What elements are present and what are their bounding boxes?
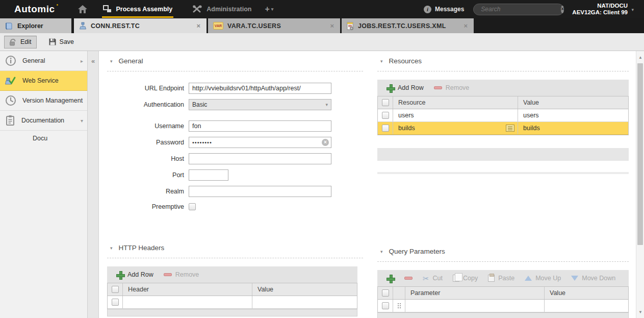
- select-all-checkbox[interactable]: [112, 286, 119, 293]
- password-field[interactable]: [189, 137, 331, 148]
- messages-button[interactable]: i Messages: [424, 6, 464, 13]
- minus-icon: [164, 273, 172, 276]
- search-clear-icon[interactable]: ×: [561, 6, 564, 13]
- table-row[interactable]: [108, 296, 357, 309]
- clipboard-icon: [5, 115, 15, 126]
- row-checkbox[interactable]: [382, 125, 389, 132]
- save-button[interactable]: Save: [44, 36, 79, 48]
- scroll-up-arrow[interactable]: ▲: [636, 53, 644, 61]
- scrollbar-thumb[interactable]: [637, 63, 643, 245]
- explorer-panel-tab[interactable]: Explorer: [0, 18, 74, 33]
- sidebar-item-web-service[interactable]: Web Service: [0, 71, 87, 91]
- scroll-down-arrow[interactable]: ▼: [636, 308, 644, 316]
- realm-field[interactable]: [189, 186, 331, 197]
- copy-button[interactable]: Copy: [450, 275, 481, 282]
- remove-row-button[interactable]: Remove: [431, 84, 473, 91]
- value-cell[interactable]: [545, 300, 628, 312]
- arrow-up-icon: [525, 276, 532, 281]
- edit-button[interactable]: Edit: [4, 36, 37, 48]
- collapse-icon[interactable]: «: [91, 57, 95, 65]
- sidebar-item-version-management[interactable]: Version Management: [0, 91, 87, 111]
- column-header-value[interactable]: Value: [545, 287, 628, 299]
- table-row[interactable]: [378, 300, 628, 312]
- move-down-button[interactable]: Move Down: [568, 275, 619, 282]
- section-collapse-icon[interactable]: ▾: [110, 246, 113, 251]
- section-collapse-icon[interactable]: ▾: [380, 249, 383, 254]
- close-icon[interactable]: ×: [194, 22, 202, 30]
- tab-jobs-rest-tc-users-xml[interactable]: JOBS.REST.TC.USERS.XML ×: [342, 18, 474, 33]
- move-up-button[interactable]: Move Up: [522, 275, 564, 282]
- value-cell[interactable]: users: [518, 109, 628, 121]
- nav-administration[interactable]: Administration: [187, 0, 257, 18]
- username-field[interactable]: [189, 120, 331, 132]
- remove-row-label: Remove: [175, 271, 199, 278]
- tab-vara-tc-users[interactable]: VAR VARA.TC.USERS ×: [208, 18, 340, 33]
- sidebar-item-documentation[interactable]: Documentation ▾: [0, 111, 87, 131]
- client-selector[interactable]: NAT/DOCU AEV12GA: Client 99 ▾: [572, 3, 634, 16]
- value-cell[interactable]: [252, 296, 357, 308]
- general-form: URL Endpoint Authentication Basic ▾ User…: [107, 83, 363, 210]
- active-nav-underline: [102, 16, 174, 18]
- host-field[interactable]: [189, 153, 331, 164]
- add-perspective-button[interactable]: + ▾: [265, 5, 273, 14]
- home-button[interactable]: [78, 5, 88, 14]
- header-cell[interactable]: [123, 296, 252, 308]
- copy-icon: [453, 275, 459, 282]
- http-headers-section-header[interactable]: ▾ HTTP Headers: [107, 244, 363, 258]
- parameter-cell[interactable]: [405, 300, 545, 312]
- realm-label: Realm: [107, 188, 189, 195]
- close-icon[interactable]: ×: [328, 22, 336, 30]
- row-checkbox[interactable]: [382, 112, 389, 119]
- section-collapse-icon[interactable]: ▾: [380, 59, 383, 64]
- row-checkbox[interactable]: [382, 302, 389, 309]
- section-collapse-icon[interactable]: ▾: [110, 59, 113, 64]
- add-row-button[interactable]: [383, 275, 397, 282]
- sidebar-item-docu[interactable]: Docu: [0, 131, 87, 146]
- nav-process-assembly[interactable]: Process Assembly: [97, 0, 179, 18]
- paste-button[interactable]: Paste: [485, 275, 518, 282]
- close-icon[interactable]: ×: [461, 22, 470, 30]
- sidebar-collapse-strip[interactable]: «: [88, 51, 99, 318]
- remove-row-button[interactable]: Remove: [161, 271, 202, 278]
- column-header-resource[interactable]: Resource: [393, 96, 518, 109]
- tab-conn-rest-tc[interactable]: CONN.REST.TC ×: [74, 18, 207, 33]
- resource-cell[interactable]: users: [393, 109, 518, 121]
- column-header-parameter[interactable]: Parameter: [405, 287, 545, 299]
- search-input[interactable]: [481, 6, 561, 13]
- url-endpoint-field[interactable]: [189, 83, 331, 94]
- preemptive-checkbox[interactable]: [189, 203, 196, 210]
- minus-icon: [434, 86, 442, 89]
- logo-trademark-dot: [57, 4, 58, 6]
- process-assembly-icon: [103, 5, 112, 13]
- value-cell[interactable]: builds: [518, 122, 628, 134]
- save-button-label: Save: [60, 38, 74, 45]
- tab-jobs-label: JOBS.REST.TC.USERS.XML: [358, 22, 446, 30]
- remove-row-button[interactable]: [401, 277, 416, 280]
- cut-button[interactable]: ✂ Cut: [420, 275, 446, 282]
- move-down-label: Move Down: [582, 275, 615, 282]
- add-row-button[interactable]: Add Row: [113, 271, 157, 279]
- add-row-button[interactable]: Add Row: [383, 84, 427, 92]
- table-row-users[interactable]: users users: [378, 109, 628, 122]
- password-clear-icon[interactable]: ×: [322, 139, 329, 146]
- row-checkbox[interactable]: [112, 299, 119, 306]
- select-all-checkbox[interactable]: [382, 289, 389, 297]
- select-all-checkbox[interactable]: [382, 99, 389, 106]
- explorer-tab-label: Explorer: [17, 22, 43, 30]
- vertical-scrollbar[interactable]: ▲ ▼: [636, 51, 644, 318]
- right-column: ▾ Resources Add Row Remove: [377, 51, 629, 318]
- column-header-header[interactable]: Header: [123, 283, 252, 296]
- table-row-builds[interactable]: builds builds: [378, 122, 628, 135]
- drag-handle[interactable]: [397, 303, 401, 309]
- port-field[interactable]: [189, 169, 228, 181]
- general-section-header[interactable]: ▾ General: [107, 57, 363, 71]
- sidebar-item-general[interactable]: General ▸: [0, 51, 87, 71]
- column-header-value[interactable]: Value: [518, 96, 628, 109]
- search-box[interactable]: ×: [473, 4, 564, 15]
- resource-cell[interactable]: builds: [393, 122, 518, 134]
- open-editor-icon[interactable]: [506, 125, 514, 132]
- column-header-value[interactable]: Value: [252, 283, 357, 296]
- authentication-select[interactable]: Basic ▾: [189, 99, 331, 110]
- resources-section-header[interactable]: ▾ Resources: [377, 57, 629, 71]
- query-parameters-section-header[interactable]: ▾ Query Parameters: [377, 248, 629, 262]
